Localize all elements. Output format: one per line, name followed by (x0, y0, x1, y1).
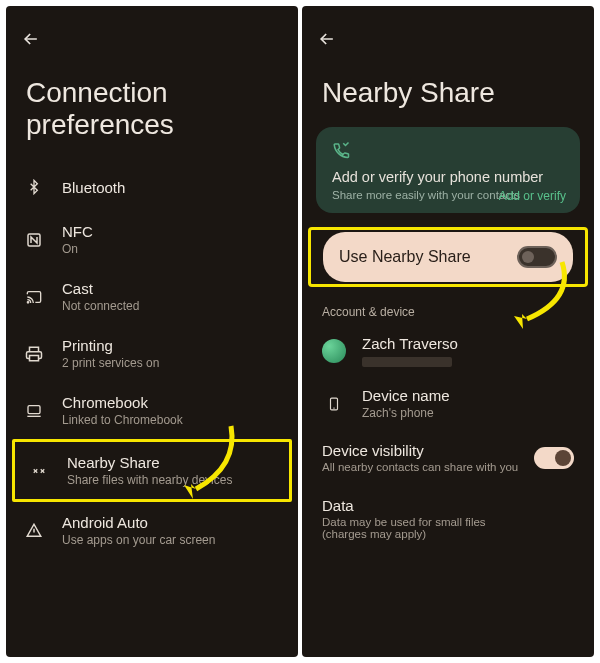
account-name: Zach Traverso (362, 335, 458, 352)
row-chromebook[interactable]: Chromebook Linked to Chromebook (6, 382, 298, 439)
row-device-name[interactable]: Device name Zach's phone (302, 377, 594, 430)
phone-icon (322, 394, 346, 414)
section-header: Account & device (302, 287, 594, 325)
row-label: Device visibility (322, 442, 518, 459)
nfc-icon (22, 228, 46, 252)
promo-card[interactable]: Add or verify your phone number Share mo… (316, 127, 580, 213)
back-button[interactable] (316, 28, 338, 50)
row-label: Bluetooth (62, 179, 125, 196)
laptop-icon (22, 399, 46, 423)
android-auto-icon (22, 519, 46, 543)
row-label: Android Auto (62, 514, 215, 531)
svg-rect-2 (30, 355, 39, 360)
avatar (322, 339, 346, 363)
arrow-left-icon (21, 29, 41, 49)
account-email-redacted (362, 357, 452, 367)
row-sub: Data may be used for small files (charge… (322, 516, 522, 540)
left-screen: Connection preferences Bluetooth NFC On (6, 6, 298, 657)
use-nearby-share-switch[interactable] (517, 246, 557, 268)
phone-verify-icon (332, 141, 564, 163)
toggle-label: Use Nearby Share (339, 248, 471, 266)
row-label: Nearby Share (67, 454, 232, 471)
row-nearby-share[interactable]: Nearby Share Share files with nearby dev… (15, 442, 289, 499)
cast-icon (22, 285, 46, 309)
row-label: Data (322, 497, 522, 514)
highlight-nearby-share: Nearby Share Share files with nearby dev… (12, 439, 292, 502)
promo-link[interactable]: Add or verify (499, 189, 566, 203)
row-sub: All nearby contacts can share with you (322, 461, 518, 473)
back-button[interactable] (20, 28, 42, 50)
preferences-list: Bluetooth NFC On Cast Not connected (6, 163, 298, 559)
row-data[interactable]: Data Data may be used for small files (c… (302, 485, 594, 544)
row-visibility[interactable]: Device visibility All nearby contacts ca… (302, 430, 594, 485)
row-printing[interactable]: Printing 2 print services on (6, 325, 298, 382)
svg-point-1 (27, 302, 28, 303)
row-android-auto[interactable]: Android Auto Use apps on your car screen (6, 502, 298, 559)
row-cast[interactable]: Cast Not connected (6, 268, 298, 325)
row-account[interactable]: Zach Traverso (302, 325, 594, 377)
print-icon (22, 342, 46, 366)
row-label: Device name (362, 387, 450, 404)
arrow-left-icon (317, 29, 337, 49)
visibility-switch[interactable] (534, 447, 574, 469)
row-sub: Linked to Chromebook (62, 413, 183, 427)
right-screen: Nearby Share Add or verify your phone nu… (302, 6, 594, 657)
row-sub: Share files with nearby devices (67, 473, 232, 487)
row-label: Cast (62, 280, 139, 297)
row-label: Printing (62, 337, 159, 354)
nearby-share-icon (27, 459, 51, 483)
row-sub: On (62, 242, 93, 256)
bluetooth-icon (22, 175, 46, 199)
row-sub: Zach's phone (362, 406, 450, 420)
svg-rect-3 (28, 406, 40, 414)
page-title: Nearby Share (302, 53, 594, 127)
row-sub: 2 print services on (62, 356, 159, 370)
use-nearby-share-row[interactable]: Use Nearby Share (323, 232, 573, 282)
switch-knob (522, 251, 534, 263)
highlight-toggle: Use Nearby Share (308, 227, 588, 287)
row-sub: Use apps on your car screen (62, 533, 215, 547)
promo-title: Add or verify your phone number (332, 169, 564, 185)
switch-knob (555, 450, 571, 466)
row-label: Chromebook (62, 394, 183, 411)
row-label: NFC (62, 223, 93, 240)
row-nfc[interactable]: NFC On (6, 211, 298, 268)
row-bluetooth[interactable]: Bluetooth (6, 163, 298, 211)
page-title: Connection preferences (6, 53, 298, 163)
row-sub: Not connected (62, 299, 139, 313)
